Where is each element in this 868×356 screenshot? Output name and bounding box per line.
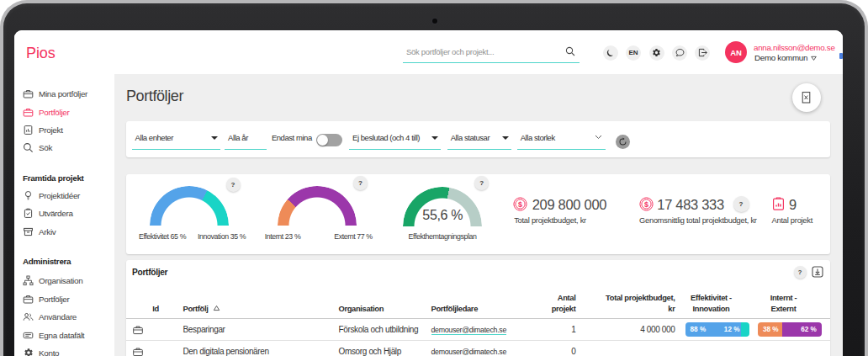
sidebar-item-sok[interactable]: Sök: [14, 139, 114, 157]
sidebar-item-arkiv[interactable]: Arkiv: [14, 222, 114, 240]
filter-size-select[interactable]: Alla storlek: [517, 127, 606, 150]
kpi-project-count: 9: [789, 197, 797, 213]
sidebar-item-mina-portfoljer[interactable]: Mina portföljer: [14, 85, 114, 103]
sidebar-item-konto[interactable]: Konto: [14, 344, 114, 356]
gauge-label: Effekthemtagningsplan: [409, 232, 477, 241]
kpi-avg-budget-label: Genomsnittlig total projektbudget, kr: [639, 216, 757, 225]
gauge-center-value: 55,6 %: [403, 208, 482, 223]
cell-lead-link[interactable]: demouser@dimatech.se: [431, 341, 506, 356]
brand-logo[interactable]: Pios: [26, 45, 56, 62]
briefcase-icon: [23, 88, 34, 99]
moon-icon: [606, 48, 615, 57]
gauge-right-label: Innovation 35 %: [198, 232, 246, 241]
cell-organisation: Omsorg och Hjälp: [339, 341, 401, 356]
export-excel-button[interactable]: [792, 83, 821, 112]
screen: Pios EN: [14, 30, 843, 356]
sidebar-item-projekt[interactable]: Projekt: [14, 121, 114, 139]
sidebar: Mina portföljer Portföljer Projekt Sök: [14, 74, 114, 356]
laptop-frame: Pios EN: [0, 0, 868, 356]
language-button[interactable]: EN: [626, 45, 641, 61]
svg-text:$: $: [518, 200, 522, 209]
column-header-portfolio[interactable]: Portfölj: [183, 303, 220, 314]
column-header-int-externt[interactable]: Internt -Externt: [742, 292, 826, 314]
language-label: EN: [628, 49, 638, 56]
cell-budget: 4 000 000: [574, 319, 675, 341]
help-button[interactable]: ?: [794, 266, 807, 279]
svg-text:$: $: [644, 200, 648, 209]
chevron-down-icon: [811, 56, 817, 61]
help-button[interactable]: ?: [474, 176, 489, 190]
feedback-button[interactable]: [672, 45, 687, 61]
project-chart-icon: [23, 125, 34, 135]
money-icon: $: [639, 197, 654, 211]
filter-year-field[interactable]: Alla år: [225, 127, 267, 150]
column-header-lead[interactable]: Portföljledare: [431, 303, 479, 314]
cell-lead-link[interactable]: demouser@dimatech.se: [431, 319, 506, 341]
cell-portfolio: Besparingar: [183, 319, 225, 341]
cell-portfolio: Den digitala pensionären: [183, 341, 269, 356]
clipboard-check-icon: [23, 208, 34, 219]
briefcase-icon: [23, 294, 34, 305]
column-header-count[interactable]: Antalprojekt: [509, 292, 576, 314]
logout-button[interactable]: [695, 45, 710, 61]
lightbulb-icon: [23, 190, 34, 201]
sidebar-item-label: Projektidéer: [39, 191, 80, 200]
filter-size-value: Alla storlek: [521, 127, 555, 148]
sidebar-section-framtida-projekt: Framtida projekt: [14, 169, 114, 187]
refresh-filters-button[interactable]: [616, 135, 630, 149]
table-title: Portföljer: [132, 268, 167, 277]
sidebar-item-anvandare[interactable]: Användare: [14, 308, 114, 326]
user-organization[interactable]: Demo kommun: [754, 53, 817, 62]
user-avatar[interactable]: AN: [725, 41, 747, 63]
help-button[interactable]: ?: [353, 176, 368, 190]
filter-unit-select[interactable]: Alla enheter: [132, 127, 220, 150]
webcam-dot: [432, 19, 437, 24]
column-header-eff-innovation[interactable]: Effektivitet -Innovation: [670, 292, 754, 314]
table-row[interactable]: Besparingar Förskola och utbildning demo…: [126, 319, 830, 341]
only-mine-toggle[interactable]: [316, 134, 342, 146]
sidebar-item-portfoljer[interactable]: Portföljer: [14, 103, 114, 120]
users-icon: [23, 311, 34, 322]
sidebar-item-label: Portföljer: [39, 108, 70, 117]
org-tree-icon: [23, 275, 34, 286]
eff-innovation-bar: 88 % 12 %: [685, 322, 749, 337]
sidebar-item-admin-portfoljer[interactable]: Portföljer: [14, 290, 114, 308]
search-icon[interactable]: [565, 46, 575, 56]
filter-decision-value: Ej beslutad (och 4 till): [352, 127, 420, 148]
chevron-down-icon: [595, 135, 602, 140]
sidebar-item-label: Arkiv: [39, 227, 56, 236]
table-header-row: Id Portfölj Organisation Portföljledare …: [126, 290, 830, 319]
sidebar-item-organisation[interactable]: Organisation: [14, 272, 114, 290]
column-header-budget[interactable]: Total projektbudget,kr: [574, 292, 675, 314]
gauge-effektivitet-innovation: [150, 186, 229, 226]
cell-count: 0: [509, 341, 576, 356]
download-icon[interactable]: [812, 266, 823, 278]
help-button[interactable]: ?: [733, 196, 749, 212]
scrollbar-fragment: [839, 53, 843, 59]
logout-icon: [698, 48, 707, 57]
gear-icon: [24, 348, 34, 356]
search-input[interactable]: [406, 42, 558, 61]
help-button[interactable]: ?: [226, 178, 241, 192]
kpi-avg-budget: 17 483 333: [657, 197, 724, 213]
archive-icon: [23, 226, 34, 237]
sidebar-item-utvardera[interactable]: Utvärdera: [14, 205, 114, 222]
sidebar-item-egna-datafalt[interactable]: Egna datafält: [14, 326, 114, 343]
column-header-id[interactable]: Id: [143, 303, 168, 314]
sidebar-item-projektideer[interactable]: Projektidéer: [14, 187, 114, 205]
portfolio-table-card: Portföljer ? Id Portfölj Organisation Po…: [126, 260, 830, 356]
refresh-icon: [618, 137, 627, 146]
filter-status-select[interactable]: Alla statusar: [447, 127, 512, 150]
dark-mode-button[interactable]: [603, 45, 618, 61]
column-header-organisation[interactable]: Organisation: [339, 303, 384, 314]
filter-decision-select[interactable]: Ej beslutad (och 4 till): [349, 127, 441, 150]
user-email[interactable]: anna.nilsson@demo.se: [754, 43, 835, 52]
avatar-initials: AN: [730, 48, 742, 57]
money-icon: $: [513, 197, 527, 211]
sidebar-item-label: Mina portföljer: [39, 89, 87, 98]
sidebar-item-label: Egna datafält: [39, 331, 84, 340]
int-externt-bar: 38 % 62 %: [758, 322, 822, 337]
table-row[interactable]: Den digitala pensionären Omsorg och Hjäl…: [126, 341, 830, 356]
settings-button[interactable]: [649, 45, 664, 61]
filter-status-value: Alla statusar: [451, 127, 490, 148]
